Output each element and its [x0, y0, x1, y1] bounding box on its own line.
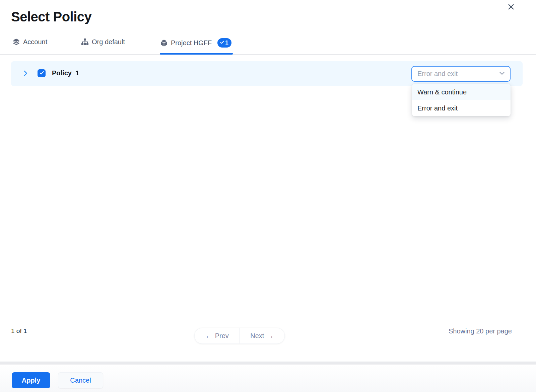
policy-action-menu: Warn & continue Error and exit: [412, 84, 511, 116]
page-info: 1 of 1: [11, 327, 27, 335]
close-button[interactable]: [506, 2, 516, 13]
arrow-left-icon: ←: [205, 332, 212, 340]
tab-label: Org default: [92, 38, 125, 46]
selected-count-badge: 1: [217, 38, 231, 48]
apply-button[interactable]: Apply: [12, 372, 50, 388]
layers-icon: [12, 38, 20, 46]
page-title: Select Policy: [11, 9, 91, 24]
menu-option-warn-continue[interactable]: Warn & continue: [412, 84, 511, 100]
package-icon: [160, 39, 168, 47]
footer: Apply Cancel: [0, 365, 536, 392]
prev-label: Prev: [215, 332, 229, 340]
check-icon: [220, 40, 224, 46]
tab-label: Account: [23, 38, 47, 46]
policy-checkbox[interactable]: [38, 69, 46, 77]
next-label: Next: [250, 332, 264, 340]
menu-option-error-exit[interactable]: Error and exit: [412, 100, 511, 116]
select-value: Error and exit: [417, 70, 458, 78]
per-page-info: Showing 20 per page: [449, 327, 512, 335]
cancel-button[interactable]: Cancel: [58, 372, 103, 388]
check-icon: [39, 70, 44, 77]
policy-action-select[interactable]: Error and exit: [411, 66, 511, 82]
pager: ← Prev Next →: [194, 328, 285, 344]
close-icon: [507, 3, 515, 12]
arrow-right-icon: →: [267, 332, 274, 340]
next-button[interactable]: Next →: [240, 328, 285, 343]
badge-count: 1: [225, 40, 228, 46]
tab-org-default[interactable]: Org default: [81, 38, 125, 46]
expand-row-button[interactable]: [21, 70, 30, 78]
org-chart-icon: [81, 38, 89, 46]
tabs-bottom-border: [0, 54, 536, 55]
tab-project-hgff[interactable]: Project HGFF 1: [160, 38, 231, 48]
footer-divider: [0, 362, 536, 365]
active-tab-underline: [160, 53, 233, 55]
prev-button[interactable]: ← Prev: [195, 328, 240, 343]
policy-name: Policy_1: [52, 69, 79, 77]
tab-account[interactable]: Account: [12, 38, 47, 46]
tab-label: Project HGFF: [171, 39, 212, 47]
select-policy-modal: Select Policy Account: [0, 0, 536, 392]
chevron-right-icon: [22, 70, 29, 78]
chevron-down-icon: [498, 70, 506, 78]
